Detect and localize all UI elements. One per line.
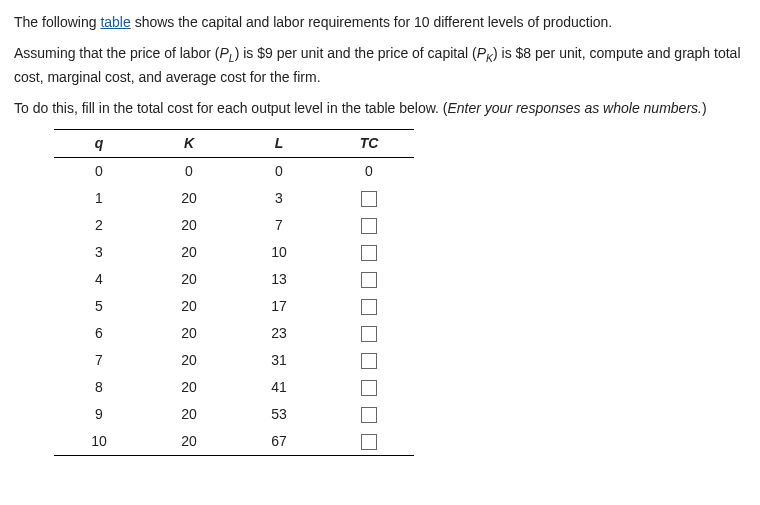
table-row: 92053 [54, 401, 414, 428]
cell-l: 67 [234, 428, 324, 456]
table-header-row: q K L TC [54, 129, 414, 157]
tc-input[interactable] [361, 218, 377, 234]
tc-input[interactable] [361, 245, 377, 261]
cell-q: 5 [54, 293, 144, 320]
cell-tc [324, 239, 414, 266]
table-row: 102067 [54, 428, 414, 456]
cell-k: 0 [144, 157, 234, 185]
cell-q: 6 [54, 320, 144, 347]
var-p: P [219, 45, 228, 61]
cell-tc [324, 347, 414, 374]
tc-input[interactable] [361, 326, 377, 342]
text: The following [14, 14, 100, 30]
cell-l: 0 [234, 157, 324, 185]
cell-l: 17 [234, 293, 324, 320]
cell-tc [324, 374, 414, 401]
cell-q: 2 [54, 212, 144, 239]
cell-q: 10 [54, 428, 144, 456]
cell-tc [324, 185, 414, 212]
sub-k: K [486, 52, 493, 64]
table-row: 0000 [54, 157, 414, 185]
tc-input[interactable] [361, 434, 377, 450]
cell-tc [324, 401, 414, 428]
text: Assuming that the price of labor ( [14, 45, 219, 61]
cell-l: 23 [234, 320, 324, 347]
table-row: 42013 [54, 266, 414, 293]
tc-input[interactable] [361, 353, 377, 369]
table-row: 1203 [54, 185, 414, 212]
instruction-italic: Enter your responses as whole numbers. [447, 100, 701, 116]
cell-k: 20 [144, 347, 234, 374]
intro-paragraph-1: The following table shows the capital an… [14, 12, 746, 33]
cell-k: 20 [144, 185, 234, 212]
intro-paragraph-3: To do this, fill in the total cost for e… [14, 98, 746, 119]
intro-paragraph-2: Assuming that the price of labor (PL) is… [14, 43, 746, 88]
text: To do this, fill in the total cost for e… [14, 100, 447, 116]
text: shows the capital and labor requirements… [131, 14, 612, 30]
cell-k: 20 [144, 239, 234, 266]
tc-input[interactable] [361, 407, 377, 423]
cell-k: 20 [144, 401, 234, 428]
col-header-l: L [234, 129, 324, 157]
cell-l: 13 [234, 266, 324, 293]
cell-k: 20 [144, 374, 234, 401]
table-link[interactable]: table [100, 14, 130, 30]
var-p: P [477, 45, 486, 61]
tc-input[interactable] [361, 272, 377, 288]
cell-tc [324, 293, 414, 320]
cell-l: 41 [234, 374, 324, 401]
cell-q: 9 [54, 401, 144, 428]
cell-l: 3 [234, 185, 324, 212]
cell-l: 53 [234, 401, 324, 428]
cell-q: 7 [54, 347, 144, 374]
tc-input[interactable] [361, 380, 377, 396]
tc-input[interactable] [361, 299, 377, 315]
cell-k: 20 [144, 212, 234, 239]
cell-tc [324, 266, 414, 293]
cell-tc [324, 212, 414, 239]
cell-k: 20 [144, 320, 234, 347]
cell-q: 8 [54, 374, 144, 401]
cell-k: 20 [144, 266, 234, 293]
cell-tc [324, 428, 414, 456]
cell-l: 10 [234, 239, 324, 266]
table-row: 62023 [54, 320, 414, 347]
cell-tc [324, 320, 414, 347]
cell-q: 3 [54, 239, 144, 266]
col-header-tc: TC [324, 129, 414, 157]
table-row: 32010 [54, 239, 414, 266]
col-header-k: K [144, 129, 234, 157]
cell-l: 7 [234, 212, 324, 239]
table-row: 72031 [54, 347, 414, 374]
col-header-q: q [54, 129, 144, 157]
table-row: 82041 [54, 374, 414, 401]
text: ) [702, 100, 707, 116]
table-row: 2207 [54, 212, 414, 239]
cell-q: 0 [54, 157, 144, 185]
cell-l: 31 [234, 347, 324, 374]
cell-q: 1 [54, 185, 144, 212]
cell-k: 20 [144, 293, 234, 320]
tc-input[interactable] [361, 191, 377, 207]
cell-q: 4 [54, 266, 144, 293]
table-row: 52017 [54, 293, 414, 320]
cell-tc: 0 [324, 157, 414, 185]
table-body: 0000120322073201042013520176202372031820… [54, 157, 414, 455]
cell-k: 20 [144, 428, 234, 456]
text: ) is $9 per unit and the price of capita… [235, 45, 477, 61]
cost-table: q K L TC 0000120322073201042013520176202… [54, 129, 414, 456]
